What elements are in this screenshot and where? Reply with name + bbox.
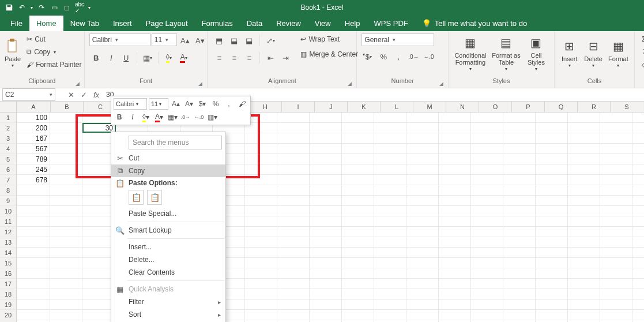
mini-size-combo[interactable]: 11▾ bbox=[149, 98, 168, 110]
cell-P11[interactable] bbox=[503, 216, 536, 226]
cell-K3[interactable] bbox=[342, 133, 374, 143]
cell-Q16[interactable] bbox=[536, 268, 568, 278]
tab-new-tab[interactable]: New Tab bbox=[63, 16, 106, 31]
cell-M3[interactable] bbox=[406, 133, 439, 143]
mini-font-color[interactable]: A▾ bbox=[153, 111, 165, 123]
cell-L14[interactable] bbox=[374, 248, 406, 257]
cell-Q6[interactable] bbox=[536, 164, 568, 174]
cell-A15[interactable] bbox=[17, 258, 50, 268]
cell-L6[interactable] bbox=[374, 164, 406, 174]
cancel-formula-button[interactable]: ✕ bbox=[65, 88, 77, 101]
row-header-15[interactable]: 15 bbox=[0, 258, 17, 268]
cell-Q4[interactable] bbox=[536, 144, 568, 153]
row-header-3[interactable]: 3 bbox=[0, 133, 17, 143]
cell-B12[interactable] bbox=[50, 227, 82, 237]
cell-J12[interactable] bbox=[310, 227, 342, 237]
cell-J18[interactable] bbox=[310, 289, 342, 299]
cell-B11[interactable] bbox=[50, 216, 82, 226]
cell-R4[interactable] bbox=[568, 144, 600, 153]
tab-page-layout[interactable]: Page Layout bbox=[139, 16, 195, 31]
context-delete[interactable]: Delete... bbox=[111, 253, 225, 266]
font-name-combo[interactable]: Calibri▾ bbox=[89, 33, 150, 46]
column-header-S[interactable]: S bbox=[611, 102, 643, 112]
cell-A17[interactable] bbox=[17, 279, 50, 289]
qat-customize-button[interactable]: ▾ bbox=[86, 2, 92, 13]
tab-insert[interactable]: Insert bbox=[106, 16, 139, 31]
cell-N4[interactable] bbox=[439, 144, 471, 153]
row-header-9[interactable]: 9 bbox=[0, 196, 17, 205]
cell-M15[interactable] bbox=[406, 258, 439, 268]
cell-R3[interactable] bbox=[568, 133, 600, 143]
cell-P7[interactable] bbox=[503, 175, 536, 185]
cell-M2[interactable] bbox=[406, 123, 439, 133]
cell-J20[interactable] bbox=[310, 310, 342, 320]
cell-N13[interactable] bbox=[439, 237, 471, 247]
cell-K1[interactable] bbox=[342, 113, 374, 122]
cell-B19[interactable] bbox=[50, 299, 82, 309]
mini-fill-color[interactable]: ◊▾ bbox=[140, 111, 152, 123]
cell-R1[interactable] bbox=[568, 113, 600, 122]
cell-styles-button[interactable]: ▣Cell Styles▾ bbox=[525, 33, 548, 73]
row-header-11[interactable]: 11 bbox=[0, 216, 17, 226]
tab-home[interactable]: Home bbox=[29, 16, 63, 31]
cell-I14[interactable] bbox=[277, 248, 310, 257]
cell-H17[interactable] bbox=[245, 279, 277, 289]
increase-indent-button[interactable]: ⇥ bbox=[278, 51, 292, 65]
cell-J1[interactable] bbox=[310, 113, 342, 122]
name-box[interactable]: C2▾ bbox=[2, 88, 55, 101]
cell-K9[interactable] bbox=[342, 196, 374, 205]
mini-bold[interactable]: B bbox=[114, 111, 125, 123]
cell-K10[interactable] bbox=[342, 206, 374, 216]
cell-R13[interactable] bbox=[568, 237, 600, 247]
cell-Q8[interactable] bbox=[536, 185, 568, 195]
context-paste-special[interactable]: Paste Special... bbox=[111, 207, 225, 220]
cell-B4[interactable] bbox=[50, 144, 82, 153]
cell-Q11[interactable] bbox=[536, 216, 568, 226]
cell-A3[interactable]: 167 bbox=[17, 133, 50, 143]
cell-S13[interactable] bbox=[600, 237, 632, 247]
cell-M5[interactable] bbox=[406, 154, 439, 164]
cell-K6[interactable] bbox=[342, 164, 374, 174]
cell-A8[interactable] bbox=[17, 185, 50, 195]
dialog-launcher-icon[interactable]: ◢ bbox=[439, 81, 443, 87]
cell-O7[interactable] bbox=[471, 175, 503, 185]
cell-O17[interactable] bbox=[471, 279, 503, 289]
cell-S20[interactable] bbox=[600, 310, 632, 320]
tab-data[interactable]: Data bbox=[240, 16, 269, 31]
context-smart-lookup[interactable]: 🔍Smart Lookup bbox=[111, 224, 225, 237]
cell-J16[interactable] bbox=[310, 268, 342, 278]
context-insert[interactable]: Insert... bbox=[111, 241, 225, 253]
cell-A13[interactable] bbox=[17, 237, 50, 247]
cell-L2[interactable] bbox=[374, 123, 406, 133]
cell-O4[interactable] bbox=[471, 144, 503, 153]
cell-R9[interactable] bbox=[568, 196, 600, 205]
cell-K17[interactable] bbox=[342, 279, 374, 289]
cell-A9[interactable] bbox=[17, 196, 50, 205]
fill-button[interactable]: ↧Fill▾ bbox=[639, 46, 644, 58]
cell-J17[interactable] bbox=[310, 279, 342, 289]
cell-O5[interactable] bbox=[471, 154, 503, 164]
row-header-6[interactable]: 6 bbox=[0, 164, 17, 174]
cell-L19[interactable] bbox=[374, 299, 406, 309]
cell-S17[interactable] bbox=[600, 279, 632, 289]
cell-S8[interactable] bbox=[600, 185, 632, 195]
cell-L7[interactable] bbox=[374, 175, 406, 185]
select-all-button[interactable] bbox=[0, 102, 17, 112]
tell-me[interactable]: 💡 Tell me what you want to do bbox=[415, 16, 534, 31]
cell-L10[interactable] bbox=[374, 206, 406, 216]
cell-N19[interactable] bbox=[439, 299, 471, 309]
conditional-formatting-button[interactable]: ▦Conditional Formatting▾ bbox=[453, 33, 488, 73]
cell-O11[interactable] bbox=[471, 216, 503, 226]
mini-font-combo[interactable]: Calibri▾ bbox=[114, 98, 147, 110]
cell-Q19[interactable] bbox=[536, 299, 568, 309]
column-header-B[interactable]: B bbox=[51, 102, 84, 112]
column-header-R[interactable]: R bbox=[578, 102, 611, 112]
mini-borders[interactable]: ▦▾ bbox=[167, 111, 178, 123]
cell-B16[interactable] bbox=[50, 268, 82, 278]
cell-B8[interactable] bbox=[50, 185, 82, 195]
cell-Q13[interactable] bbox=[536, 237, 568, 247]
row-header-1[interactable]: 1 bbox=[0, 113, 17, 122]
column-header-P[interactable]: P bbox=[512, 102, 545, 112]
cell-K20[interactable] bbox=[342, 310, 374, 320]
tab-wps-pdf[interactable]: WPS PDF bbox=[367, 16, 415, 31]
